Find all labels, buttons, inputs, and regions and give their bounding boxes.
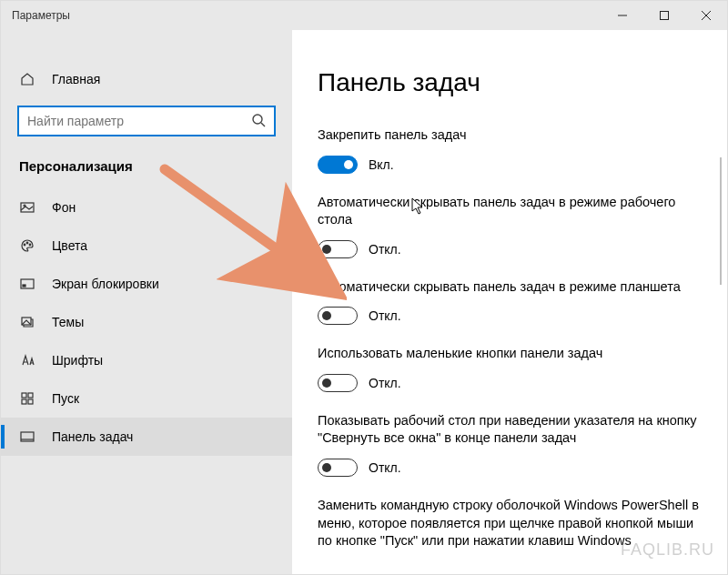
maximize-button[interactable]	[643, 1, 685, 30]
taskbar-icon	[19, 429, 35, 445]
maximize-icon	[660, 11, 669, 20]
svg-rect-17	[28, 399, 33, 404]
sidebar-item-themes[interactable]: Темы	[1, 303, 292, 341]
toggle-autohide-desktop[interactable]	[318, 240, 358, 258]
setting-small-buttons: Использовать маленькие кнопки панели зад…	[318, 345, 702, 392]
svg-rect-14	[22, 393, 26, 398]
themes-icon	[19, 314, 35, 330]
home-icon	[19, 71, 35, 87]
sidebar-item-label: Шрифты	[52, 353, 103, 368]
sidebar-item-start[interactable]: Пуск	[1, 379, 292, 418]
sidebar-item-fonts[interactable]: Шрифты	[1, 341, 292, 379]
toggle-state: Откл.	[369, 242, 401, 257]
sidebar-item-lockscreen[interactable]: Экран блокировки	[1, 265, 292, 303]
toggle-state: Вкл.	[369, 157, 394, 172]
sidebar-item-label: Темы	[52, 315, 84, 329]
sidebar-item-label: Фон	[52, 200, 76, 215]
search-input[interactable]	[27, 114, 251, 128]
setting-autohide-desktop: Автоматически скрывать панель задач в ре…	[318, 194, 702, 258]
fonts-icon	[19, 352, 35, 368]
minimize-button[interactable]	[602, 1, 643, 30]
setting-autohide-tablet: Автоматически скрывать панель задач в ре…	[318, 278, 702, 326]
svg-point-9	[26, 242, 28, 244]
palette-icon	[19, 237, 35, 254]
svg-rect-16	[22, 399, 26, 404]
close-icon	[702, 11, 711, 20]
sidebar-item-label: Экран блокировки	[52, 277, 159, 291]
setting-label: Автоматически скрывать панель задач в ре…	[318, 278, 702, 297]
picture-icon	[19, 199, 35, 216]
setting-label: Использовать маленькие кнопки панели зад…	[318, 345, 702, 363]
window-title: Параметры	[12, 9, 70, 22]
main-content: Панель задач Закрепить панель задач Вкл.…	[292, 30, 727, 574]
search-icon	[251, 113, 266, 130]
svg-point-10	[29, 244, 31, 246]
sidebar-item-background[interactable]: Фон	[1, 188, 292, 227]
svg-point-8	[24, 244, 25, 246]
nav-home[interactable]: Главная	[1, 62, 292, 100]
setting-lock-taskbar: Закрепить панель задач Вкл.	[318, 126, 702, 174]
sidebar-item-taskbar[interactable]: Панель задач	[1, 418, 292, 456]
page-title: Панель задач	[318, 68, 702, 97]
sidebar-item-label: Пуск	[52, 391, 79, 406]
toggle-small-buttons[interactable]	[318, 374, 358, 392]
lockscreen-icon	[19, 276, 35, 292]
setting-label: Показывать рабочий стол при наведении ук…	[318, 412, 702, 448]
svg-rect-15	[28, 393, 33, 398]
toggle-peek-desktop[interactable]	[318, 459, 358, 477]
nav-home-label: Главная	[52, 72, 100, 86]
svg-line-5	[261, 123, 265, 126]
sidebar-item-label: Панель задач	[52, 429, 133, 444]
watermark: FAQLIB.RU	[621, 540, 714, 560]
minimize-icon	[618, 11, 627, 20]
toggle-lock-taskbar[interactable]	[318, 156, 358, 174]
svg-rect-12	[23, 285, 25, 287]
sidebar-item-colors[interactable]: Цвета	[1, 227, 292, 265]
setting-label: Закрепить панель задач	[318, 126, 702, 145]
sidebar-category: Персонализация	[1, 153, 292, 188]
search-box[interactable]	[17, 106, 276, 136]
sidebar: Главная Персонализация Фон Цвета Э	[1, 30, 292, 574]
close-button[interactable]	[685, 1, 727, 30]
sidebar-item-label: Цвета	[52, 238, 87, 253]
setting-peek-desktop: Показывать рабочий стол при наведении ук…	[318, 412, 702, 477]
svg-rect-1	[661, 12, 669, 20]
toggle-state: Откл.	[369, 376, 401, 390]
toggle-autohide-tablet[interactable]	[318, 307, 358, 325]
window-controls	[602, 1, 727, 30]
toggle-state: Откл.	[369, 460, 401, 475]
toggle-state: Откл.	[369, 308, 401, 323]
scrollbar[interactable]	[720, 157, 722, 285]
start-icon	[19, 390, 35, 407]
titlebar: Параметры	[1, 1, 727, 30]
svg-point-4	[253, 115, 262, 124]
setting-label: Автоматически скрывать панель задач в ре…	[318, 194, 702, 229]
